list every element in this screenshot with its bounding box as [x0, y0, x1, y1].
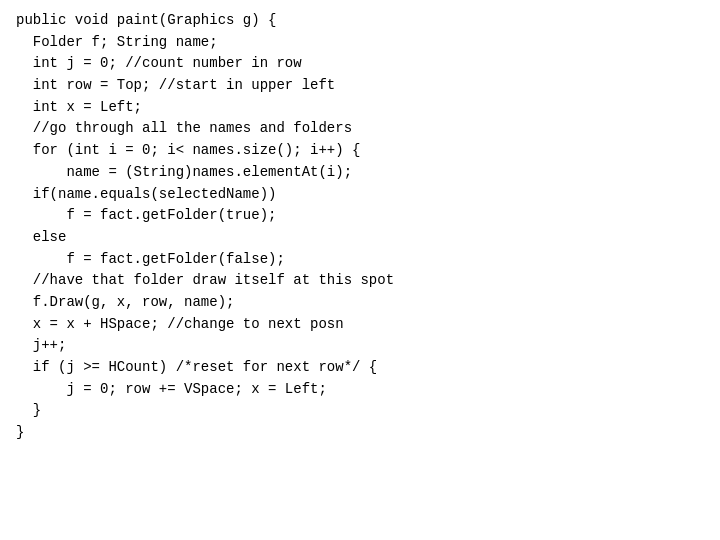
code-display: public void paint(Graphics g) { Folder f… [16, 10, 704, 444]
